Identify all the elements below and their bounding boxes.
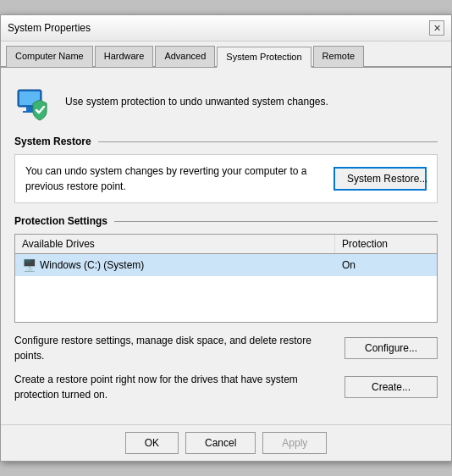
section-divider-2 [114, 221, 438, 222]
tab-bar: Computer Name Hardware Advanced System P… [1, 42, 451, 68]
drive-label: Windows (C:) (System) [40, 259, 144, 271]
section-divider [98, 141, 438, 142]
tab-system-protection[interactable]: System Protection [217, 47, 311, 68]
create-button[interactable]: Create... [345, 376, 438, 398]
drives-table-header: Available Drives Protection [15, 235, 437, 254]
footer: OK Cancel Apply [1, 424, 451, 461]
system-properties-window: System Properties ✕ Computer Name Hardwa… [0, 14, 452, 462]
apply-button[interactable]: Apply [262, 432, 327, 454]
system-restore-button[interactable]: System Restore... [333, 167, 427, 191]
create-description: Create a restore point right now for the… [14, 372, 334, 402]
tab-content: Use system protection to undo unwanted s… [1, 68, 451, 424]
cancel-button[interactable]: Cancel [185, 432, 256, 454]
system-restore-section: System Restore You can undo system chang… [14, 136, 438, 203]
drives-table-body: 🖥️ Windows (C:) (System) On [15, 254, 437, 322]
system-restore-box: You can undo system changes by reverting… [14, 154, 438, 203]
title-bar: System Properties ✕ [1, 15, 451, 42]
col-available-drives: Available Drives [15, 235, 335, 253]
info-row: Use system protection to undo unwanted s… [14, 81, 438, 122]
info-text: Use system protection to undo unwanted s… [65, 96, 328, 108]
configure-button[interactable]: Configure... [345, 337, 438, 359]
svg-rect-1 [26, 107, 33, 111]
tab-computer-name[interactable]: Computer Name [6, 46, 93, 67]
configure-description: Configure restore settings, manage disk … [14, 333, 334, 363]
system-restore-description: You can undo system changes by reverting… [25, 163, 325, 194]
protection-settings-section: Protection Settings Available Drives Pro… [14, 215, 438, 323]
configure-row: Configure restore settings, manage disk … [14, 333, 438, 363]
drive-icon: 🖥️ [22, 258, 36, 272]
protection-settings-header: Protection Settings [14, 215, 438, 227]
col-protection: Protection [335, 235, 437, 253]
create-row: Create a restore point right now for the… [14, 372, 438, 402]
ok-button[interactable]: OK [125, 432, 179, 454]
close-button[interactable]: ✕ [429, 20, 444, 36]
tab-remote[interactable]: Remote [313, 46, 365, 67]
shield-icon [14, 81, 55, 122]
tab-advanced[interactable]: Advanced [155, 46, 215, 67]
system-restore-header: System Restore [14, 136, 438, 147]
drive-name: 🖥️ Windows (C:) (System) [15, 257, 335, 274]
table-row[interactable]: 🖥️ Windows (C:) (System) On [15, 254, 437, 276]
drives-table: Available Drives Protection 🖥️ Windows (… [14, 234, 438, 323]
drive-status: On [335, 257, 437, 273]
tab-hardware[interactable]: Hardware [95, 46, 154, 67]
protection-settings-title: Protection Settings [14, 215, 107, 227]
window-title: System Properties [8, 22, 91, 34]
system-restore-title: System Restore [14, 136, 91, 147]
